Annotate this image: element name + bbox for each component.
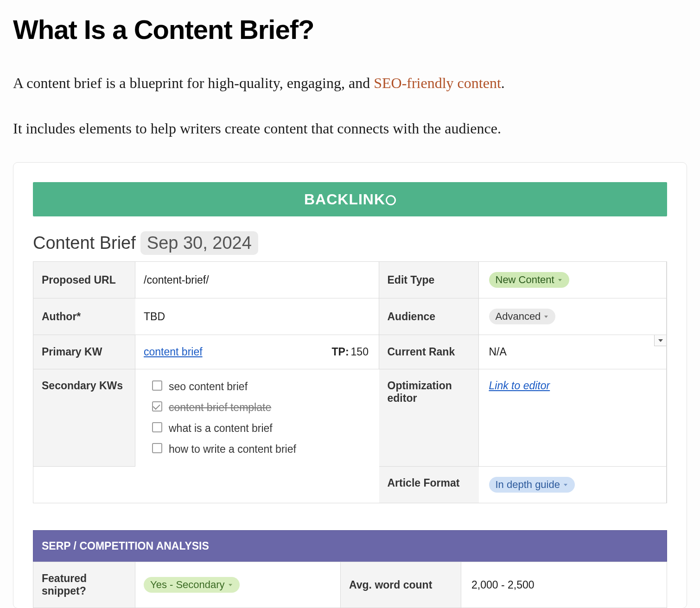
edit-type-pill[interactable]: New Content bbox=[489, 272, 569, 288]
avg-word-count-label: Avg. word count bbox=[341, 562, 461, 608]
page-heading: What Is a Content Brief? bbox=[13, 14, 687, 45]
tp-value: 150 bbox=[351, 346, 369, 358]
secondary-kws-label: Secondary KWs bbox=[33, 369, 135, 467]
featured-snippet-label: Featured snippet? bbox=[33, 562, 135, 608]
checkbox-icon[interactable] bbox=[152, 380, 162, 391]
secondary-kws-cell: seo content brief content brief template… bbox=[135, 369, 379, 467]
checkbox-icon[interactable] bbox=[152, 422, 162, 432]
intro-text-1b: . bbox=[501, 75, 505, 91]
intro-line-1: A content brief is a blueprint for high-… bbox=[13, 72, 687, 95]
audience-pill-text: Advanced bbox=[496, 310, 541, 323]
edit-type-value-cell: New Content bbox=[479, 262, 667, 298]
avg-word-count-value: 2,000 - 2,500 bbox=[461, 562, 667, 608]
checkbox-checked-icon[interactable] bbox=[152, 401, 162, 412]
article-format-pill[interactable]: In depth guide bbox=[489, 477, 575, 493]
intro-block: A content brief is a blueprint for high-… bbox=[13, 72, 687, 140]
article-format-label: Article Format bbox=[379, 467, 479, 503]
author-value: TBD bbox=[135, 298, 379, 335]
secondary-kw-text: content brief template bbox=[169, 400, 271, 415]
secondary-kw-text: how to write a content brief bbox=[169, 442, 296, 456]
caret-down-icon bbox=[564, 484, 567, 486]
primary-kw-value-cell: content brief bbox=[135, 335, 324, 369]
intro-text-1a: A content brief is a blueprint for high-… bbox=[13, 75, 374, 91]
article-format-pill-text: In depth guide bbox=[496, 479, 560, 491]
document-title-row: Content Brief Sep 30, 2024 bbox=[33, 231, 667, 255]
link-to-editor[interactable]: Link to editor bbox=[489, 380, 550, 392]
intro-line-2: It includes elements to help writers cre… bbox=[13, 117, 687, 140]
article-format-value-cell: In depth guide bbox=[479, 467, 667, 503]
brand-banner: BACKLINK bbox=[33, 182, 667, 216]
proposed-url-value: /content-brief/ bbox=[135, 262, 379, 298]
secondary-kw-text: what is a content brief bbox=[169, 421, 273, 436]
secondary-kw-item[interactable]: seo content brief bbox=[152, 380, 296, 394]
secondary-kw-text: seo content brief bbox=[169, 380, 248, 394]
caret-down-icon bbox=[558, 279, 562, 281]
dropdown-corner-icon[interactable] bbox=[654, 335, 666, 346]
content-brief-card: BACKLINK Content Brief Sep 30, 2024 Prop… bbox=[13, 162, 687, 608]
brand-text: BACKLINK bbox=[304, 191, 385, 208]
checkbox-icon[interactable] bbox=[152, 443, 162, 453]
doc-title-text: Content Brief bbox=[33, 233, 136, 253]
primary-kw-label: Primary KW bbox=[33, 335, 135, 369]
featured-snippet-value-cell: Yes - Secondary bbox=[135, 562, 341, 608]
secondary-kw-item[interactable]: what is a content brief bbox=[152, 421, 296, 436]
secondary-kws-list: seo content brief content brief template… bbox=[152, 378, 296, 458]
caret-down-icon bbox=[544, 316, 548, 318]
current-rank-label: Current Rank bbox=[379, 335, 479, 369]
edit-type-label: Edit Type bbox=[379, 262, 479, 298]
primary-kw-link[interactable]: content brief bbox=[144, 346, 203, 358]
featured-snippet-pill-text: Yes - Secondary bbox=[150, 579, 225, 591]
audience-label: Audience bbox=[379, 298, 479, 335]
audience-value-cell: Advanced bbox=[479, 298, 667, 335]
secondary-kw-item[interactable]: content brief template bbox=[152, 400, 296, 415]
current-rank-text: N/A bbox=[489, 346, 507, 358]
serp-grid: Featured snippet? Yes - Secondary Avg. w… bbox=[33, 562, 667, 608]
tp-label: TP: bbox=[332, 346, 349, 358]
caret-down-icon bbox=[229, 584, 232, 586]
brand-logo-o-icon bbox=[386, 195, 396, 205]
optimization-editor-label: Optimization editor bbox=[379, 369, 479, 467]
tp-cell: TP: 150 bbox=[324, 335, 379, 369]
current-rank-value: N/A bbox=[479, 335, 667, 369]
optimization-editor-value-cell: Link to editor bbox=[479, 369, 667, 467]
audience-pill[interactable]: Advanced bbox=[489, 309, 556, 324]
serp-section-header: SERP / COMPETITION ANALYSIS bbox=[33, 530, 667, 562]
featured-snippet-pill[interactable]: Yes - Secondary bbox=[144, 577, 240, 593]
edit-type-pill-text: New Content bbox=[496, 274, 554, 286]
seo-friendly-link[interactable]: SEO-friendly content bbox=[374, 75, 501, 91]
doc-date-chip: Sep 30, 2024 bbox=[140, 231, 258, 255]
brief-fields-grid: Proposed URL /content-brief/ Edit Type N… bbox=[33, 261, 667, 503]
author-label: Author* bbox=[33, 298, 135, 335]
secondary-kw-item[interactable]: how to write a content brief bbox=[152, 442, 296, 456]
proposed-url-label: Proposed URL bbox=[33, 262, 135, 298]
